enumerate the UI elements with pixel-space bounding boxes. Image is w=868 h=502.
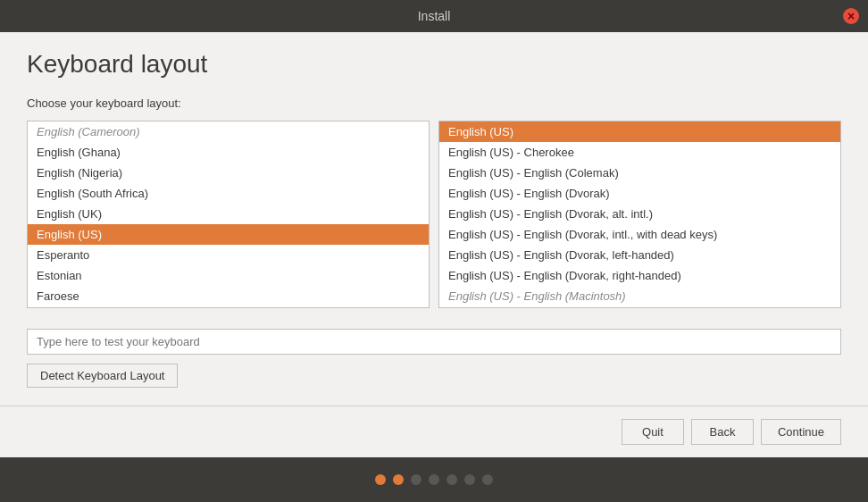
- titlebar: Install: [0, 0, 868, 32]
- dot-5: [447, 474, 457, 485]
- layout-item[interactable]: English (US) - English (Macintosh): [439, 286, 840, 306]
- test-input-container: [27, 329, 841, 355]
- dot-7: [482, 474, 493, 485]
- layout-item[interactable]: English (US) - English (Dvorak, alt. int…: [439, 204, 840, 224]
- detect-keyboard-layout-button[interactable]: Detect Keyboard Layout: [27, 364, 178, 388]
- main-content: Keyboard layout Choose your keyboard lay…: [0, 32, 868, 406]
- layout-item[interactable]: English (US) - English (Colemak): [439, 163, 840, 183]
- close-button[interactable]: [843, 8, 859, 24]
- list-item[interactable]: English (Nigeria): [28, 163, 429, 183]
- language-list[interactable]: English (Cameroon) English (Ghana) Engli…: [27, 121, 430, 308]
- continue-button[interactable]: Continue: [761, 419, 841, 445]
- list-item[interactable]: English (UK): [28, 204, 429, 224]
- layout-item[interactable]: English (US) - English (Dvorak, right-ha…: [439, 265, 840, 286]
- detect-btn-container: Detect Keyboard Layout: [27, 364, 841, 388]
- dot-6: [464, 474, 475, 485]
- dot-1: [375, 474, 386, 485]
- keyboard-test-input[interactable]: [27, 329, 841, 355]
- layout-variant-list[interactable]: English (US) English (US) - Cherokee Eng…: [438, 121, 841, 308]
- layout-item[interactable]: English (US) - English (Dvorak): [439, 183, 840, 204]
- lists-container: English (Cameroon) English (Ghana) Engli…: [27, 121, 841, 316]
- list-item-selected[interactable]: English (US): [28, 224, 429, 245]
- list-item[interactable]: Esperanto: [28, 245, 429, 265]
- page-title: Keyboard layout: [27, 50, 841, 79]
- dot-4: [429, 474, 439, 485]
- quit-button[interactable]: Quit: [622, 419, 684, 445]
- layout-item[interactable]: English (US) - English (Dvorak, intl., w…: [439, 224, 840, 245]
- progress-dots: [0, 457, 868, 502]
- list-item[interactable]: Estonian: [28, 265, 429, 286]
- dot-3: [411, 474, 421, 485]
- window-title: Install: [418, 9, 451, 23]
- dot-2: [393, 474, 404, 485]
- subtitle: Choose your keyboard layout:: [27, 96, 841, 110]
- list-item[interactable]: English (Cameroon): [28, 121, 429, 142]
- back-button[interactable]: Back: [691, 419, 754, 445]
- footer: Quit Back Continue: [0, 406, 868, 457]
- list-item[interactable]: English (South Africa): [28, 183, 429, 204]
- window: Install Keyboard layout Choose your keyb…: [0, 0, 868, 502]
- layout-item-selected[interactable]: English (US): [439, 121, 840, 142]
- list-item[interactable]: Faroese: [28, 286, 429, 306]
- list-item[interactable]: English (Ghana): [28, 142, 429, 163]
- layout-item[interactable]: English (US) - English (Dvorak, left-han…: [439, 245, 840, 265]
- layout-item[interactable]: English (US) - Cherokee: [439, 142, 840, 163]
